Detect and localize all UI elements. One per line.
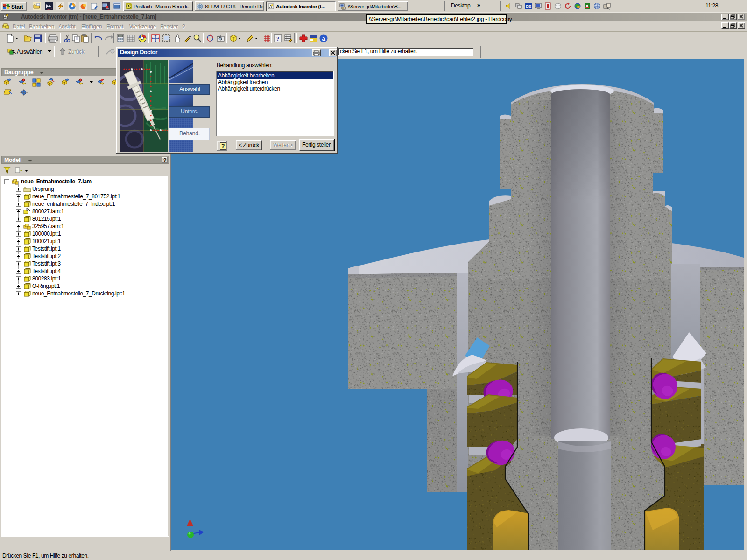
svg-text:a: a (322, 35, 326, 42)
svg-text:DE: DE (526, 4, 531, 9)
svg-text:?: ? (276, 35, 279, 42)
